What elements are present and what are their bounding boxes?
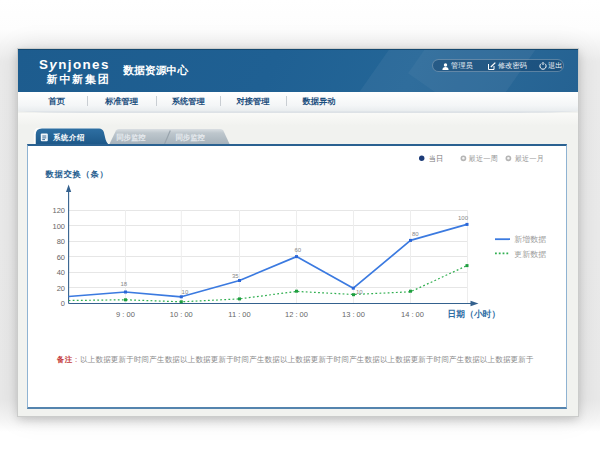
svg-text:13 : 00: 13 : 00 [342,310,365,319]
svg-text:12 : 00: 12 : 00 [285,310,308,319]
svg-text:最近一月: 最近一月 [515,154,544,163]
svg-text:20: 20 [57,284,65,293]
svg-text:当日: 当日 [429,154,444,163]
svg-text:数据交换（条）: 数据交换（条） [45,169,109,179]
svg-text:14 : 00: 14 : 00 [401,310,424,319]
svg-text:60: 60 [295,247,302,253]
svg-text:10: 10 [356,289,363,295]
svg-text:10 : 00: 10 : 00 [170,310,193,319]
svg-text:系统介绍: 系统介绍 [52,133,85,142]
svg-text:同步监控: 同步监控 [116,133,146,142]
svg-text:10: 10 [182,289,189,295]
svg-text:日期（小时）: 日期（小时） [448,309,501,319]
svg-text:同步监控: 同步监控 [176,133,206,142]
svg-text:最近一周: 最近一周 [469,154,498,163]
svg-text:40: 40 [57,268,65,277]
svg-text:11 : 00: 11 : 00 [228,310,250,319]
svg-text:120: 120 [52,206,65,215]
svg-text:60: 60 [57,253,65,262]
svg-text:80: 80 [57,237,65,246]
svg-text:35: 35 [232,273,239,279]
svg-text:新增数据: 新增数据 [514,235,546,244]
svg-text:100: 100 [52,222,65,231]
svg-text:100: 100 [458,215,469,221]
svg-text:80: 80 [412,231,419,237]
svg-text:更新数据: 更新数据 [514,250,546,259]
svg-text:0: 0 [61,299,65,308]
svg-text:9 : 00: 9 : 00 [116,310,135,319]
svg-text:18: 18 [121,281,128,287]
